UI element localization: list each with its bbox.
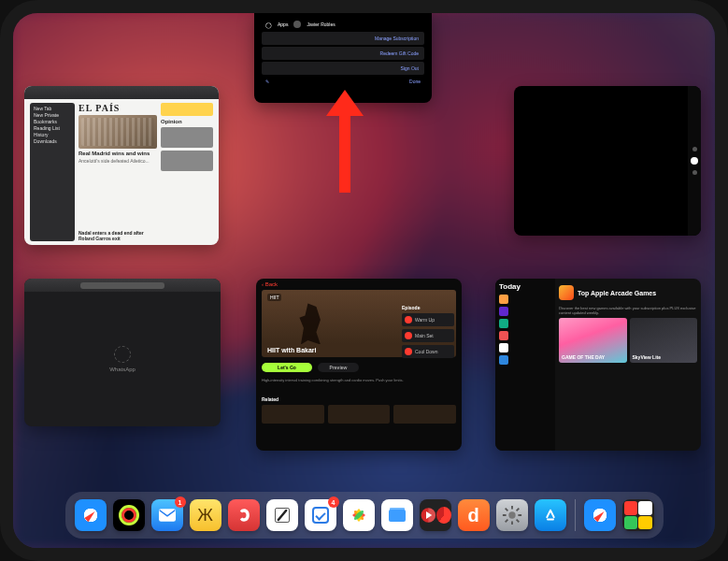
thumb-image [161,127,213,148]
dock-separator [575,499,576,531]
back-nav: ‹ Back [256,279,462,290]
start-button: Let's Go [262,363,312,372]
svg-point-7 [508,511,515,518]
settings-preview: ◯ Apps Javier Robles Manage Subscription… [254,13,432,90]
app-card-settings-swiping[interactable]: ◯ Apps Javier Robles Manage Subscription… [254,13,432,103]
preview-button: Preview [318,363,359,372]
glyph: d [467,505,478,526]
dock-app-appstore[interactable] [535,499,566,531]
arcade-icon [559,285,574,300]
webpage-preview: WhatsApp [24,292,221,426]
dock-recent-stack[interactable] [622,499,654,531]
url-field [80,282,164,289]
section-label: Opinion [161,119,213,124]
site-masthead: EL PAÍS [79,103,157,113]
hero-copy: Discover the best new games available wi… [559,306,697,315]
app-card-fitness[interactable]: Fitness ‹ Back HIIT HIIT with Bakari Epi… [256,279,462,451]
last-photo-icon [692,170,697,175]
hero-image [79,115,157,149]
app-card-camera[interactable]: 📷 Camera [514,86,701,236]
app-card-appstore[interactable]: App Store Today Top Apple Arcade Games [495,279,701,451]
dock-app-fantastical[interactable] [420,499,451,531]
dock-app-butterfly[interactable]: Ж [190,499,221,531]
redeem-link: Redeem Gift Code [380,50,419,56]
account-name: Javier Robles [307,22,335,27]
whatsapp-label: WhatsApp [109,367,136,372]
thumb-image [328,405,391,424]
ad-banner [161,103,213,116]
dock-app-photos[interactable] [343,499,375,531]
whatsapp-icon [114,346,131,363]
app-card-safari-whatsapp[interactable]: Safari ▫ whatsapp.com WhatsApp [24,279,221,426]
dock-app-fitness[interactable] [113,499,145,531]
headline: Real Madrid wins and wins [79,151,157,156]
dock[interactable]: 1 Ж 4 d [65,492,664,539]
manage-link: Manage Subscription [375,36,419,41]
workout-desc: High-intensity interval training combini… [256,378,462,396]
thumb-image [161,151,213,171]
swipe-up-arrow-annotation [329,90,361,193]
dock-app-mail[interactable]: 1 [151,499,183,531]
dock-app-bear[interactable] [228,499,260,531]
list-item: Main Set [415,333,434,338]
feature-card: SkyView Lite [630,318,698,363]
feature-label: GAME OF THE DAY [562,355,605,360]
webpage-preview: New TabNew PrivateBookmarksReading ListH… [24,99,219,245]
safari-toolbar [24,279,221,292]
flip-icon [692,147,697,151]
workout-title: HIIT with Bakari [267,347,317,353]
sidebar-head: Episode [402,305,454,310]
hero-title: Top Apple Arcade Games [578,290,656,296]
edit-icon: ✎ [265,79,269,84]
list-item: Warm Up [415,317,435,323]
badge: 1 [175,496,186,508]
dock-recent-safari[interactable] [584,499,616,531]
app-card-safari-elpais[interactable]: Safari ▫ elpais.com New TabNew PrivateBo… [24,86,219,245]
thumb-image [393,405,456,424]
footer-headline: Nadal enters a dead end after Roland Gar… [79,230,157,241]
appstore-main: Top Apple Arcade Games Discover the best… [555,279,701,451]
sidebar-title: Today [499,282,551,291]
context-menu: New TabNew PrivateBookmarksReading ListH… [30,103,75,241]
app-switcher[interactable]: Safari ▫ elpais.com New TabNew PrivateBo… [13,13,715,548]
shutter-button-icon [691,157,698,165]
dock-app-safari[interactable] [75,499,107,531]
thumb-image [262,405,324,424]
workout-tag: HIIT [267,294,281,301]
appstore-sidebar: Today [495,279,555,451]
badge: 4 [328,496,339,508]
safari-toolbar [24,86,219,99]
dock-app-notability[interactable] [266,499,298,531]
list-item: Cool Down [415,349,437,354]
dock-app-things[interactable]: 4 [305,499,336,531]
lede: Ancelotti's side defeated Atletico... [79,158,157,164]
avatar-icon [293,21,301,28]
dock-app-files[interactable] [381,499,413,531]
signout-link: Sign Out [401,65,419,71]
dock-app-settings[interactable] [496,499,528,531]
dock-app-dictionary[interactable]: d [458,499,490,531]
ipad-frame: Safari ▫ elpais.com New TabNew PrivateBo… [0,0,728,561]
feature-label: SkyView Lite [633,355,661,360]
camera-controls [688,86,701,236]
episode-sidebar: Episode Warm Up Main Set Cool Down [402,305,454,358]
done-button-label: Done [409,79,421,84]
feature-card: GAME OF THE DAY [559,318,627,363]
